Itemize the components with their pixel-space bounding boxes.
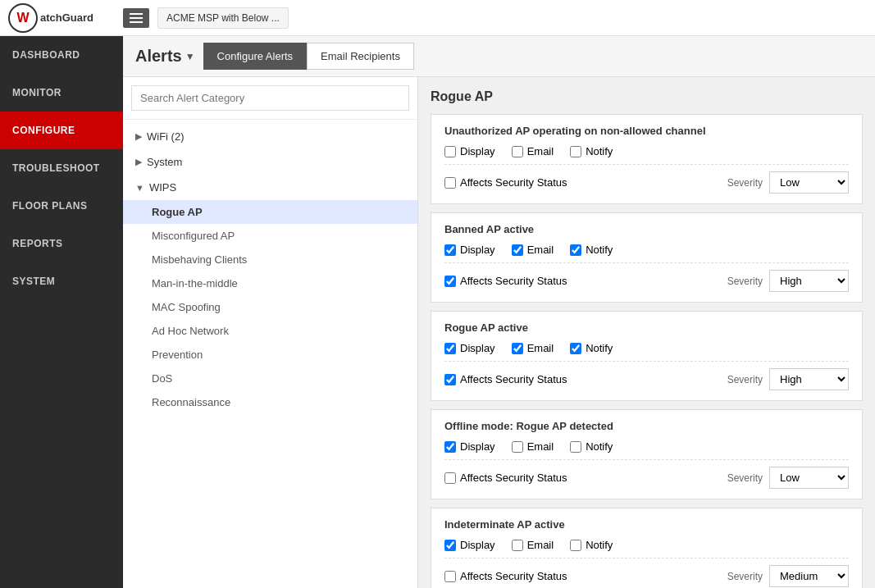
notify-checkbox-banned-ap[interactable] — [570, 244, 581, 256]
email-group-unauthorized-ap[interactable]: Email — [512, 145, 554, 157]
notify-checkbox-indeterminate-ap[interactable] — [570, 540, 581, 551]
display-label-offline-rogue-ap: Display — [460, 440, 495, 453]
affects-security-label-rogue-ap-active: Affects Security Status — [460, 373, 567, 385]
affects-security-checkbox-rogue-ap-active[interactable] — [444, 374, 456, 385]
alert-row2-banned-ap: Affects Security StatusSeverityLowMedium… — [444, 270, 849, 292]
notify-group-unauthorized-ap[interactable]: Notify — [570, 145, 613, 157]
tree-item-system[interactable]: ▶System — [123, 149, 417, 175]
notify-group-indeterminate-ap[interactable]: Notify — [570, 539, 613, 551]
tab-configure-alerts[interactable]: Configure Alerts — [203, 43, 308, 70]
email-checkbox-banned-ap[interactable] — [512, 244, 523, 256]
tree-child-mac-spoofing[interactable]: MAC Spoofing — [123, 295, 417, 319]
sidebar-item-configure[interactable]: CONFIGURE — [0, 112, 123, 149]
email-group-banned-ap[interactable]: Email — [512, 244, 554, 256]
sidebar-item-system[interactable]: SYSTEM — [0, 262, 123, 300]
notify-group-banned-ap[interactable]: Notify — [570, 244, 613, 256]
logo-icon: W — [8, 3, 38, 33]
sidebar-item-dashboard[interactable]: DASHBOARD — [0, 36, 123, 74]
alert-card-banned-ap: Banned AP activeDisplayEmailNotifyAffect… — [431, 212, 863, 303]
email-checkbox-rogue-ap-active[interactable] — [512, 343, 523, 354]
affects-security-group-rogue-ap-active[interactable]: Affects Security Status — [444, 373, 567, 385]
alert-row1-indeterminate-ap: DisplayEmailNotify — [444, 539, 849, 551]
severity-select-banned-ap[interactable]: LowMediumHigh — [769, 270, 849, 292]
tree-label-wifi: WiFi (2) — [147, 130, 185, 143]
email-checkbox-offline-rogue-ap[interactable] — [512, 441, 523, 453]
affects-security-checkbox-offline-rogue-ap[interactable] — [444, 472, 456, 484]
notify-label-unauthorized-ap: Notify — [586, 145, 613, 157]
display-checkbox-unauthorized-ap[interactable] — [444, 146, 456, 157]
alert-row2-rogue-ap-active: Affects Security StatusSeverityLowMedium… — [444, 368, 849, 390]
main-layout: DASHBOARDMONITORCONFIGURETROUBLESHOOTFLO… — [0, 36, 875, 588]
sidebar-item-reports[interactable]: REPORTS — [0, 225, 123, 262]
search-input[interactable] — [131, 85, 409, 111]
affects-security-group-indeterminate-ap[interactable]: Affects Security Status — [444, 570, 567, 582]
display-group-unauthorized-ap[interactable]: Display — [444, 145, 495, 157]
sidebar: DASHBOARDMONITORCONFIGURETROUBLESHOOTFLO… — [0, 36, 123, 588]
tree-child-prevention[interactable]: Prevention — [123, 343, 417, 367]
alert-row2-offline-rogue-ap: Affects Security StatusSeverityLowMedium… — [444, 467, 849, 489]
affects-security-group-offline-rogue-ap[interactable]: Affects Security Status — [444, 472, 567, 484]
tree-child-reconnaissance[interactable]: Reconnaissance — [123, 390, 417, 414]
tree-child-rogue-ap[interactable]: Rogue AP — [123, 200, 417, 224]
email-checkbox-unauthorized-ap[interactable] — [512, 146, 523, 157]
affects-security-checkbox-indeterminate-ap[interactable] — [444, 571, 456, 582]
display-label-unauthorized-ap: Display — [460, 145, 495, 157]
display-group-offline-rogue-ap[interactable]: Display — [444, 440, 495, 453]
page-title: Alerts ▼ — [135, 47, 195, 66]
display-group-rogue-ap-active[interactable]: Display — [444, 342, 495, 354]
severity-select-unauthorized-ap[interactable]: LowMediumHigh — [769, 171, 849, 194]
hamburger-button[interactable] — [123, 8, 149, 28]
display-checkbox-banned-ap[interactable] — [444, 244, 456, 256]
affects-security-group-banned-ap[interactable]: Affects Security Status — [444, 275, 567, 287]
notify-checkbox-rogue-ap-active[interactable] — [570, 343, 581, 354]
logo-text: atchGuard — [40, 11, 93, 24]
alert-title-indeterminate-ap: Indeterminate AP active — [444, 518, 849, 531]
email-label-unauthorized-ap: Email — [527, 145, 554, 157]
alert-title-banned-ap: Banned AP active — [444, 223, 849, 235]
notify-label-indeterminate-ap: Notify — [586, 539, 613, 551]
display-checkbox-rogue-ap-active[interactable] — [444, 343, 456, 354]
alert-title-rogue-ap-active: Rogue AP active — [444, 321, 849, 334]
right-panel: Rogue AP Unauthorized AP operating on no… — [418, 77, 875, 588]
tree-child-man-in-the-middle[interactable]: Man-in-the-middle — [123, 271, 417, 295]
display-label-indeterminate-ap: Display — [460, 539, 495, 551]
display-checkbox-offline-rogue-ap[interactable] — [444, 441, 456, 453]
severity-row-rogue-ap-active: SeverityLowMediumHigh — [727, 368, 849, 390]
severity-row-banned-ap: SeverityLowMediumHigh — [727, 270, 849, 292]
affects-security-group-unauthorized-ap[interactable]: Affects Security Status — [444, 176, 567, 189]
title-dropdown-arrow[interactable]: ▼ — [185, 51, 195, 62]
divider — [444, 361, 849, 362]
sidebar-item-monitor[interactable]: MONITOR — [0, 74, 123, 112]
sidebar-item-floor-plans[interactable]: FLOOR PLANS — [0, 187, 123, 225]
display-checkbox-indeterminate-ap[interactable] — [444, 540, 456, 551]
email-group-indeterminate-ap[interactable]: Email — [512, 539, 554, 551]
notify-group-rogue-ap-active[interactable]: Notify — [570, 342, 613, 354]
tree-list: ▶WiFi (2)▶System▼WIPSRogue APMisconfigur… — [123, 120, 417, 588]
severity-select-indeterminate-ap[interactable]: LowMediumHigh — [769, 565, 849, 587]
tab-email-recipients[interactable]: Email Recipients — [307, 43, 414, 70]
display-group-indeterminate-ap[interactable]: Display — [444, 539, 495, 551]
email-checkbox-indeterminate-ap[interactable] — [512, 540, 523, 551]
display-label-banned-ap: Display — [460, 244, 495, 256]
tree-item-wips[interactable]: ▼WIPS — [123, 175, 417, 200]
tree-child-misbehaving-clients[interactable]: Misbehaving Clients — [123, 248, 417, 271]
affects-security-checkbox-banned-ap[interactable] — [444, 276, 456, 287]
notify-group-offline-rogue-ap[interactable]: Notify — [570, 440, 613, 453]
tree-child-misconfigured-ap[interactable]: Misconfigured AP — [123, 224, 417, 248]
sidebar-item-troubleshoot[interactable]: TROUBLESHOOT — [0, 149, 123, 187]
severity-select-rogue-ap-active[interactable]: LowMediumHigh — [769, 368, 849, 390]
content-area: Alerts ▼ Configure AlertsEmail Recipient… — [123, 36, 875, 588]
alert-row1-unauthorized-ap: DisplayEmailNotify — [444, 145, 849, 157]
tree-child-dos[interactable]: DoS — [123, 367, 417, 390]
email-group-offline-rogue-ap[interactable]: Email — [512, 440, 554, 453]
divider — [444, 164, 849, 165]
affects-security-checkbox-unauthorized-ap[interactable] — [444, 177, 456, 189]
tree-item-wifi[interactable]: ▶WiFi (2) — [123, 124, 417, 149]
notify-checkbox-unauthorized-ap[interactable] — [570, 146, 581, 157]
display-group-banned-ap[interactable]: Display — [444, 244, 495, 256]
severity-select-offline-rogue-ap[interactable]: LowMediumHigh — [769, 467, 849, 489]
email-group-rogue-ap-active[interactable]: Email — [512, 342, 554, 354]
notify-checkbox-offline-rogue-ap[interactable] — [570, 441, 581, 453]
tree-child-ad-hoc-network[interactable]: Ad Hoc Network — [123, 319, 417, 343]
breadcrumb-button[interactable]: ACME MSP with Below ... — [157, 7, 289, 29]
